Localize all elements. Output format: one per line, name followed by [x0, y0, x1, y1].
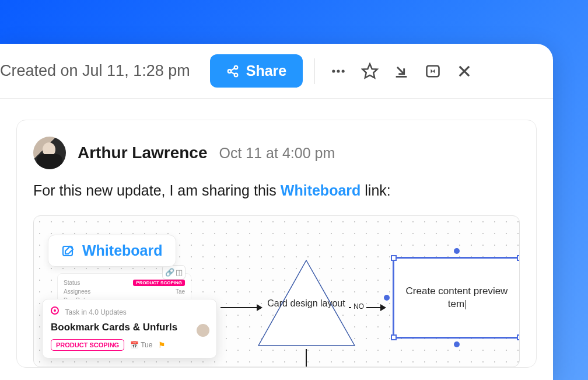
whiteboard-link[interactable]: Whiteboard: [281, 182, 361, 198]
toolbar-divider: [314, 58, 315, 84]
arrow-down-right-icon: [393, 63, 410, 79]
svg-point-2: [234, 73, 237, 76]
assignee-avatar: [197, 324, 209, 337]
comment-timestamp: Oct 11 at 4:00 pm: [219, 145, 335, 162]
created-on-text: Created on Jul 11, 1:28 pm: [0, 62, 190, 80]
svg-point-0: [234, 65, 237, 69]
resize-handle-tl[interactable]: [391, 255, 397, 261]
whiteboard-preview[interactable]: Whiteboard 🔗 ◫ StatusPRODUCT SCOPING Ass…: [33, 215, 520, 367]
task-meta: PRODUCT SCOPING 📅 Tue ⚑: [51, 339, 208, 351]
star-icon: [361, 62, 379, 80]
task-breadcrumb: Task in 4.0 Updates: [65, 308, 126, 316]
edge-handle-top[interactable]: [454, 248, 460, 254]
panel-button[interactable]: [421, 60, 444, 83]
flag-icon: ⚑: [158, 340, 166, 350]
toolbar: Created on Jul 11, 1:28 pm Share: [0, 44, 553, 99]
svg-marker-8: [363, 64, 377, 78]
text-cursor: [465, 300, 466, 309]
comment-text-post: link:: [360, 182, 390, 198]
edge-handle-bottom[interactable]: [454, 341, 460, 347]
edge-label-no: NO: [351, 302, 366, 311]
link-icon: 🔗: [165, 268, 174, 277]
edge-handle-left[interactable]: [384, 295, 390, 301]
bg-status-label: Status: [64, 280, 80, 286]
author-name: Arthur Lawrence: [78, 144, 208, 162]
whiteboard-icon: [61, 244, 75, 258]
close-button[interactable]: [453, 60, 476, 83]
task-due: 📅 Tue: [130, 341, 152, 349]
bg-assignee-value: Tae: [176, 288, 185, 295]
close-icon: [456, 63, 473, 79]
comment-body: For this new update, I am sharing this W…: [33, 182, 520, 199]
resize-handle-br[interactable]: [517, 334, 520, 340]
svg-line-4: [231, 72, 235, 74]
app-window: Created on Jul 11, 1:28 pm Share: [0, 44, 553, 380]
rect-node[interactable]: Create content preview tem: [393, 257, 520, 339]
whiteboard-badge-label: Whiteboard: [82, 242, 163, 259]
task-tag: PRODUCT SCOPING: [51, 339, 124, 351]
svg-point-1: [228, 69, 231, 73]
svg-point-5: [332, 69, 335, 72]
task-due-text: Tue: [141, 341, 152, 349]
comment-text-pre: For this new update, I am sharing this: [33, 182, 281, 198]
columns-icon: ◫: [176, 268, 183, 277]
triangle-text: Card design layout: [262, 298, 350, 310]
record-icon: [51, 306, 59, 315]
ellipsis-icon: [330, 63, 346, 79]
calendar-icon: 📅: [130, 341, 139, 349]
share-label: Share: [246, 62, 286, 79]
resize-handle-tr[interactable]: [517, 255, 520, 261]
comment-card: Arthur Lawrence Oct 11 at 4:00 pm For th…: [16, 120, 537, 368]
bg-assignee-label: Assignees: [64, 288, 90, 295]
share-icon: [226, 65, 239, 78]
collapse-button[interactable]: [390, 60, 413, 83]
bg-status-value: PRODUCT SCOPING: [133, 280, 185, 286]
svg-point-6: [337, 69, 340, 72]
connector-arrow-3: [306, 349, 307, 367]
svg-line-3: [231, 68, 235, 70]
task-title: Bookmark Cards & Unfurls: [51, 322, 208, 333]
favorite-button[interactable]: [358, 60, 382, 83]
svg-line-9: [397, 67, 404, 74]
more-button[interactable]: [327, 60, 350, 83]
whiteboard-badge[interactable]: Whiteboard: [48, 235, 176, 267]
resize-handle-bl[interactable]: [391, 334, 397, 340]
comment-header: Arthur Lawrence Oct 11 at 4:00 pm: [33, 137, 520, 169]
task-card[interactable]: Task in 4.0 Updates Bookmark Cards & Unf…: [42, 299, 217, 358]
author-avatar[interactable]: [33, 137, 66, 169]
mini-toolbar[interactable]: 🔗 ◫: [162, 265, 186, 280]
svg-point-7: [342, 69, 345, 72]
rect-node-text: Create content preview tem: [406, 285, 508, 309]
share-button[interactable]: Share: [210, 54, 303, 88]
panel-icon: [425, 63, 441, 79]
